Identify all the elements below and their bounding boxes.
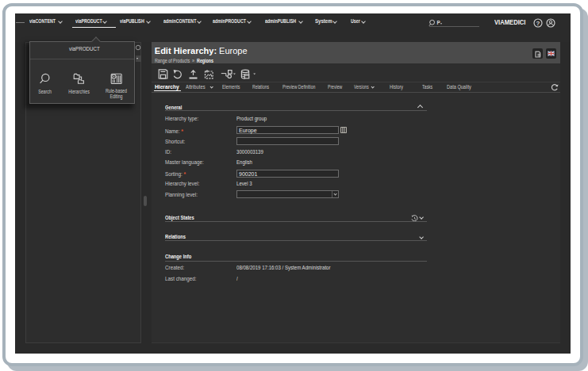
svg-text:?: ?	[536, 20, 540, 27]
